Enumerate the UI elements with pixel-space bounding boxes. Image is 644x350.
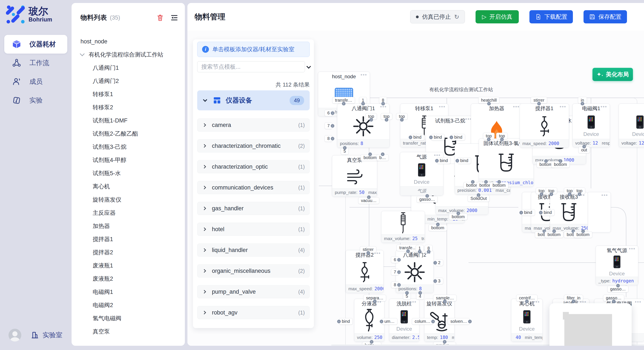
port-pill-bind[interactable]: bind› [541, 209, 554, 216]
port-dot-icon[interactable]: › [616, 284, 620, 288]
port-pill-3[interactable]: 3› [435, 278, 443, 284]
port-pill-top[interactable]: top› [574, 187, 585, 194]
port-dot-icon[interactable]: › [343, 146, 346, 150]
port-dot-icon[interactable]: › [397, 270, 401, 274]
port-pill-8[interactable]: 8› [379, 97, 387, 104]
search-template-input[interactable] [197, 61, 305, 72]
port-pill-2[interactable]: 2› [435, 259, 443, 266]
port-dot-icon[interactable]: › [558, 159, 562, 163]
port-pill-solven[interactable]: solven…› [448, 318, 470, 325]
port-dot-icon[interactable]: › [471, 180, 474, 184]
tree-item[interactable]: 氢气电磁阀 [72, 312, 185, 325]
port-dot-icon[interactable]: › [550, 192, 553, 196]
template-group-camera[interactable]: camera(1) [197, 118, 310, 132]
port-dot-icon[interactable]: › [429, 136, 433, 139]
port-pill-b[interactable]: b…› [376, 154, 389, 161]
port-dot-icon[interactable]: › [331, 137, 334, 140]
port-dot-icon[interactable]: › [342, 102, 346, 105]
port-pill-gasso[interactable]: gasso…› [603, 295, 624, 301]
tree-item[interactable]: 搅拌器1 [72, 233, 185, 246]
port-pill-top[interactable]: top› [546, 187, 557, 194]
tree-item[interactable]: 搅拌器2 [72, 246, 185, 259]
beautify-layout-button[interactable]: ✦˖ 美化布局 [592, 68, 633, 81]
port-pill-8[interactable]: 8› [324, 135, 332, 142]
template-group-pump_and_valve[interactable]: pump_and_valve(4) [197, 285, 310, 298]
node-menu-icon[interactable]: ••• [360, 72, 367, 78]
port-dot-icon[interactable]: › [368, 153, 372, 156]
tree-item[interactable]: 试剂瓶2-乙酸乙酯 [72, 127, 185, 140]
port-pill-8[interactable]: 8› [391, 282, 399, 288]
template-group-organic_miscellaneous[interactable]: organic_miscellaneous(2) [197, 264, 310, 278]
port-pill-gasso[interactable]: gasso…› [416, 196, 438, 203]
port-pill-5[interactable]: 5› [341, 148, 348, 155]
tree-item[interactable]: 主反应器 [72, 206, 185, 219]
tree-item[interactable]: 离心机 [72, 180, 185, 193]
port-dot-icon[interactable]: › [582, 145, 586, 149]
template-group-hotel[interactable]: hotel(1) [197, 223, 310, 236]
template-group-communication_devices[interactable]: communication_devices(1) [197, 181, 310, 194]
port-pill-bottom[interactable]: bottom› [490, 182, 508, 189]
port-pill-bind[interactable]: bind› [452, 134, 465, 141]
port-dot-icon[interactable]: › [400, 118, 404, 122]
port-pill-bind[interactable]: bind› [521, 209, 535, 216]
port-pill-colum[interactable]: colum…› [412, 318, 433, 325]
port-pill-top[interactable]: top› [396, 113, 408, 120]
flow-node-搅拌器1[interactable]: 搅拌器1•••max_speed:2000 [520, 104, 569, 148]
port-pill-bind[interactable]: bind› [431, 134, 445, 141]
port-pill-top[interactable]: top› [366, 113, 377, 120]
tree-item[interactable]: 加热器 [72, 219, 185, 233]
flow-node-八通阀门2[interactable]: 八通阀门2•••positions:8 [396, 250, 434, 293]
sidebar-item-laboratory[interactable]: 实验室 [30, 331, 62, 340]
port-dot-icon[interactable]: › [409, 136, 412, 139]
port-dot-icon[interactable]: › [381, 102, 385, 105]
port-dot-icon[interactable]: › [370, 340, 374, 344]
tree-item[interactable]: 试剂瓶5-水 [72, 167, 185, 180]
trash-icon[interactable] [156, 13, 164, 22]
node-menu-icon[interactable]: ••• [635, 299, 642, 305]
template-group-characterization_chromatic[interactable]: characterization_chromatic(2) [197, 139, 310, 153]
port-pill-bind[interactable]: bind› [437, 157, 451, 164]
port-pill-6[interactable]: 6› [324, 110, 332, 116]
port-dot-icon[interactable]: › [487, 102, 491, 105]
flow-node-搅拌器2[interactable]: 搅拌器2•••max_speed:2000 [346, 250, 384, 293]
port-pill-top[interactable]: top› [381, 113, 392, 120]
tree-item[interactable]: 八通阀门1 [72, 61, 185, 74]
flow-node[interactable]: max_volume:25transfer_rate:10 [381, 211, 425, 243]
port-dot-icon[interactable]: › [380, 320, 383, 323]
node-menu-icon[interactable]: ••• [560, 104, 566, 110]
port-pill-bottom[interactable]: bottom› [574, 231, 592, 238]
port-dot-icon[interactable]: › [580, 102, 584, 105]
tree-item[interactable]: 真空泵 [72, 325, 185, 338]
tree-item[interactable]: 试剂瓶1-DMF [72, 114, 185, 127]
port-dot-icon[interactable]: › [572, 300, 576, 303]
port-pill-filter_in[interactable]: filter_in› [564, 295, 583, 301]
port-pill-stirrer[interactable]: stirrer› [360, 246, 376, 253]
port-dot-icon[interactable]: › [568, 192, 572, 196]
port-dot-icon[interactable]: › [520, 211, 523, 214]
flow-node[interactable]: •••Devicevoltage:12 [619, 104, 644, 147]
port-dot-icon[interactable]: › [331, 111, 334, 115]
flow-node-氢气气源[interactable]: 氢气气源•••Device_type:hydrogenmax_pre [596, 246, 638, 285]
template-group-robot_agv[interactable]: robot_agv(1) [197, 306, 310, 319]
port-dot-icon[interactable]: › [405, 291, 409, 295]
port-dot-icon[interactable]: › [381, 153, 384, 156]
port-dot-icon[interactable]: › [525, 300, 529, 303]
chevron-down-icon[interactable] [306, 64, 311, 69]
tree-item[interactable]: 转移泵2 [72, 101, 185, 114]
port-pill-6[interactable]: 6› [391, 256, 399, 263]
port-dot-icon[interactable]: › [450, 136, 453, 139]
port-dot-icon[interactable]: › [539, 211, 543, 214]
port-pill-bottom[interactable]: bottom› [545, 231, 563, 238]
flow-node-离心机[interactable]: 离心机•••Device40min_temp:4max_spe [511, 299, 543, 342]
port-dot-icon[interactable]: › [487, 138, 490, 141]
template-group-liquid_handler[interactable]: liquid_handler(4) [197, 243, 310, 257]
port-dot-icon[interactable]: › [369, 118, 373, 122]
port-pill-4[interactable]: 4› [416, 293, 424, 300]
tree-item[interactable]: 八通阀门2 [72, 74, 185, 88]
collapse-list-icon[interactable] [170, 13, 178, 22]
port-dot-icon[interactable]: › [361, 102, 365, 105]
port-dot-icon[interactable]: › [456, 159, 459, 163]
flow-node-真空泵[interactable]: 真空泵•••pump_rate:50max_vacuum:0.1 [332, 155, 377, 197]
sidebar-item-3[interactable]: 实验 [4, 91, 67, 110]
save-config-button[interactable]: 保存配置 [584, 10, 627, 23]
